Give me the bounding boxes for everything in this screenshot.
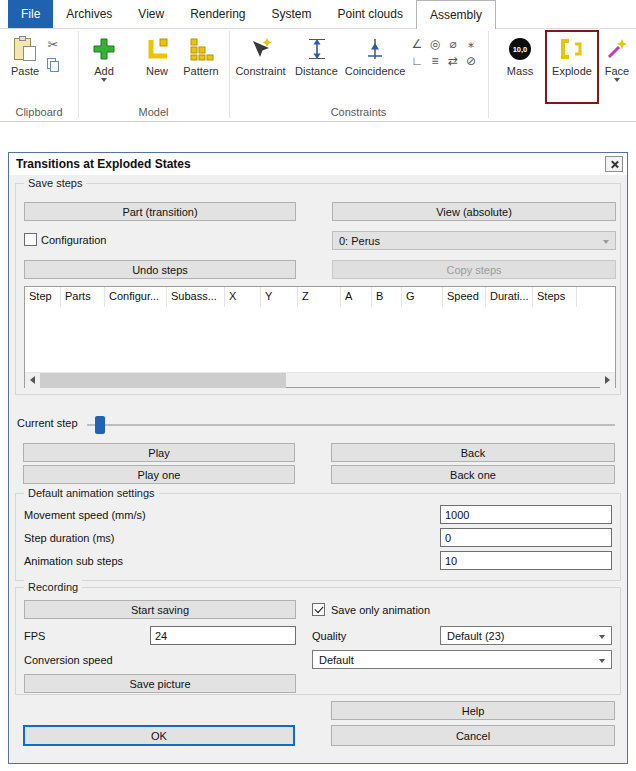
recording-group-label: Recording: [24, 580, 82, 594]
constraint-icon: [248, 34, 274, 64]
swap-direction-constraint-icon[interactable]: ⇄: [444, 52, 462, 69]
group-separator: [78, 31, 79, 118]
dialog-title: Transitions at Exploded States: [16, 157, 191, 171]
conversion-speed-select[interactable]: Default: [312, 650, 612, 669]
animation-settings-group-label: Default animation settings: [24, 486, 159, 500]
cancel-button[interactable]: Cancel: [331, 725, 615, 746]
scroll-right-icon: [605, 376, 610, 384]
angle-constraint-icon[interactable]: ∠: [408, 35, 426, 52]
step-duration-label: Step duration (ms): [24, 532, 114, 544]
dialog-titlebar[interactable]: Transitions at Exploded States: [9, 153, 627, 175]
quality-select[interactable]: Default (23): [440, 626, 612, 645]
copy-button[interactable]: [44, 56, 62, 74]
tab-archives[interactable]: Archives: [53, 0, 125, 28]
play-one-button[interactable]: Play one: [23, 465, 295, 484]
column-header-parts[interactable]: Parts: [61, 287, 105, 307]
fps-input[interactable]: [150, 626, 296, 645]
column-header-x[interactable]: X: [225, 287, 261, 307]
copy-steps-button: Copy steps: [332, 260, 616, 279]
pattern-button[interactable]: Pattern: [178, 34, 224, 77]
add-icon: [91, 34, 117, 64]
steps-table-hscrollbar[interactable]: [25, 372, 615, 387]
scroll-track[interactable]: [40, 373, 600, 388]
group-separator: [488, 31, 489, 118]
column-header-filler: [577, 287, 615, 307]
column-header-y[interactable]: Y: [261, 287, 298, 307]
mass-button[interactable]: 10,0 Mass: [498, 34, 542, 77]
tangent-constraint-icon[interactable]: ⊘: [462, 52, 480, 69]
quality-select-value: Default (23): [447, 630, 504, 642]
conversion-speed-label: Conversion speed: [24, 654, 113, 666]
save-only-animation-checkbox[interactable]: [312, 603, 325, 616]
ribbon-tab-bar: File Archives View Rendering System Poin…: [0, 0, 636, 29]
part-transition-button[interactable]: Part (transition): [24, 202, 296, 221]
column-header-speed[interactable]: Speed: [443, 287, 486, 307]
column-header-steps[interactable]: Steps: [533, 287, 577, 307]
chevron-down-icon: [614, 78, 620, 82]
animation-sub-steps-input[interactable]: [440, 551, 612, 570]
scroll-left-icon: [30, 376, 35, 384]
face-button[interactable]: Face: [600, 34, 634, 82]
ok-button[interactable]: OK: [23, 725, 295, 746]
chevron-down-icon: [603, 240, 609, 244]
view-absolute-button[interactable]: View (absolute): [332, 202, 616, 221]
cut-button[interactable]: ✂: [44, 35, 62, 53]
start-saving-button[interactable]: Start saving: [24, 600, 296, 619]
tab-assembly[interactable]: Assembly: [416, 0, 496, 29]
tab-system[interactable]: System: [259, 0, 325, 28]
mass-icon: 10,0: [509, 38, 531, 60]
distance-icon: [304, 34, 330, 64]
right-angle-constraint-icon[interactable]: ∟: [408, 52, 426, 69]
column-header-g[interactable]: G: [402, 287, 443, 307]
cut-icon: ✂: [48, 37, 59, 52]
scroll-thumb[interactable]: [40, 373, 286, 388]
close-button[interactable]: [605, 156, 623, 172]
save-steps-group-label: Save steps: [24, 176, 86, 190]
play-button[interactable]: Play: [23, 443, 295, 462]
paste-button[interactable]: Paste: [6, 34, 44, 77]
step-duration-input[interactable]: [440, 528, 612, 547]
concentric-constraint-icon[interactable]: ◎: [426, 35, 444, 52]
new-button[interactable]: New: [138, 34, 176, 77]
mass-label: Mass: [507, 65, 533, 77]
steps-table[interactable]: Step Parts Configur... Subass... X Y Z A…: [24, 286, 616, 388]
tab-rendering[interactable]: Rendering: [177, 0, 258, 28]
column-header-b[interactable]: B: [372, 287, 402, 307]
distance-button[interactable]: Distance: [291, 34, 342, 77]
save-only-animation-label: Save only animation: [331, 604, 430, 616]
back-button[interactable]: Back: [331, 443, 615, 462]
movement-speed-input[interactable]: [440, 505, 612, 524]
diameter-constraint-icon[interactable]: ⌀: [444, 35, 462, 52]
coincidence-button[interactable]: Coincidence: [342, 34, 408, 77]
save-picture-button[interactable]: Save picture: [24, 674, 296, 693]
scroll-right-button[interactable]: [600, 373, 615, 388]
back-one-button[interactable]: Back one: [331, 465, 615, 484]
chevron-down-icon: [101, 78, 107, 82]
current-step-slider-track[interactable]: [87, 424, 615, 426]
symmetry-constraint-icon[interactable]: ⁎: [462, 35, 480, 52]
undo-steps-button[interactable]: Undo steps: [24, 260, 296, 279]
tab-view[interactable]: View: [125, 0, 177, 28]
add-label: Add: [94, 65, 114, 77]
column-header-z[interactable]: Z: [298, 287, 341, 307]
column-header-duration[interactable]: Durati...: [486, 287, 533, 307]
constraint-label: Constraint: [235, 65, 285, 77]
face-label: Face: [605, 65, 629, 77]
parallel-constraint-icon[interactable]: ≡: [426, 52, 444, 69]
add-button[interactable]: Add: [84, 34, 124, 82]
column-header-configuration[interactable]: Configur...: [105, 287, 167, 307]
tab-file[interactable]: File: [8, 0, 53, 28]
explode-button[interactable]: Explode: [549, 34, 595, 77]
scroll-left-button[interactable]: [25, 373, 40, 388]
help-button[interactable]: Help: [331, 701, 615, 720]
coincidence-label: Coincidence: [345, 65, 406, 77]
column-header-a[interactable]: A: [341, 287, 372, 307]
configuration-checkbox[interactable]: [24, 233, 37, 246]
column-header-subassembly[interactable]: Subass...: [167, 287, 225, 307]
column-header-step[interactable]: Step: [25, 287, 61, 307]
tab-point-clouds[interactable]: Point clouds: [325, 0, 416, 28]
new-icon: [144, 34, 170, 64]
constraint-button[interactable]: Constraint: [232, 34, 289, 77]
configuration-select[interactable]: 0: Perus: [332, 231, 616, 250]
current-step-slider-handle[interactable]: [95, 416, 105, 434]
